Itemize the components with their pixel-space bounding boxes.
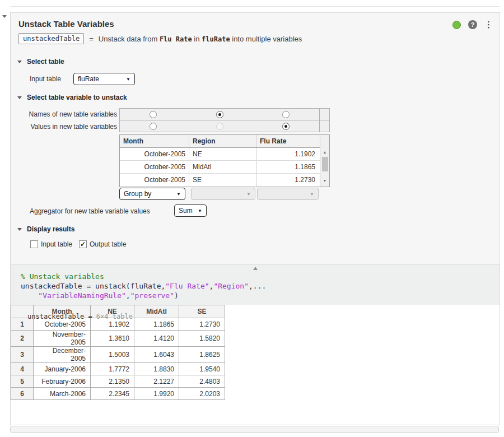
- table-row: 5February-20062.13502.12272.4803: [11, 375, 225, 388]
- radio-button-0-0[interactable]: [150, 111, 157, 118]
- section-select-table[interactable]: Select table: [17, 58, 64, 66]
- aggregator-label: Aggregator for new table variable values: [30, 207, 150, 215]
- section-divider-line: [10, 6, 500, 7]
- row-number-cell: 4: [11, 363, 34, 375]
- radio-button-1-0[interactable]: [150, 123, 157, 130]
- column-role-dropdown-region: ▼: [191, 188, 255, 200]
- output-table-checkbox-label: Output table: [90, 240, 126, 248]
- input-table-preview: MonthRegionFlu RateOctober-2005NE1.1902O…: [119, 134, 330, 187]
- help-icon[interactable]: ?: [468, 20, 477, 29]
- output-column-header: SE: [179, 305, 225, 318]
- radio-button-0-2[interactable]: [282, 111, 290, 118]
- table-cell: 1.2730: [179, 318, 225, 331]
- code-token-plain: ): [174, 291, 179, 300]
- result-variable-name: unstackedTable: [27, 313, 84, 320]
- radio-cell: [253, 120, 319, 132]
- table-cell: 2.0203: [179, 388, 225, 400]
- task-summary-row: unstackedTable = Unstack data from Flu R…: [18, 33, 302, 44]
- table-cell: 1.8625: [179, 347, 225, 363]
- input-table-dropdown[interactable]: fluRate ▼: [73, 73, 135, 85]
- chevron-down-icon: [17, 61, 22, 63]
- code-token-comment: % Unstack variables: [21, 272, 104, 281]
- chevron-down-icon: ▼: [126, 77, 130, 82]
- table-cell: 1.7772: [91, 363, 134, 375]
- result-equals: =: [88, 313, 92, 320]
- summary-text: Unstack data from Flu Rate in fluRate in…: [99, 35, 302, 43]
- table-cell: 2.4803: [179, 375, 225, 388]
- table-row: 6March-20062.23451.99202.0203: [11, 388, 225, 400]
- preview-header-row: MonthRegionFlu Rate: [120, 135, 320, 148]
- radio-row: [119, 108, 330, 120]
- preview-column-header: Region: [189, 135, 256, 147]
- code-token-string: "Region": [213, 282, 249, 290]
- output-area: unstackedTable = 6×4 table MonthNEMidAtl…: [11, 305, 500, 425]
- overflow-menu-icon[interactable]: ⋮: [484, 21, 493, 29]
- section-select-variable[interactable]: Select table variable to unstack: [17, 94, 127, 101]
- code-line: "VariableNamingRule","preserve"): [21, 291, 266, 300]
- result-summary-line: unstackedTable = 6×4 table: [27, 313, 133, 320]
- table-cell: 1.5003: [91, 347, 134, 363]
- line-collapse-icon[interactable]: [2, 15, 7, 18]
- code-token-string: "preserve": [130, 291, 174, 300]
- code-token-plain: unstackedTable = unstack(fluRate,: [21, 282, 165, 290]
- code-line: unstackedTable = unstack(fluRate,"Flu Ra…: [21, 281, 266, 291]
- table-cell: 2.1350: [91, 375, 134, 388]
- radio-button-0-1[interactable]: [216, 111, 223, 118]
- table-cell: January-2006: [34, 363, 91, 375]
- preview-table-cell: October-2005: [120, 174, 189, 187]
- chevron-down-icon: [17, 228, 22, 231]
- summary-variable-flurate: fluRate: [202, 35, 230, 43]
- task-form-area: Unstack Table Variables ? ⋮ unstackedTab…: [11, 13, 500, 264]
- chevron-down-icon: ▼: [310, 192, 314, 197]
- input-table-checkbox[interactable]: [30, 240, 38, 248]
- preview-column-header: Month: [120, 135, 189, 147]
- table-row: 4January-20061.77721.88301.9540: [11, 363, 225, 375]
- vertical-scrollbar[interactable]: ▲ ▼: [320, 135, 329, 187]
- table-cell: 2.1227: [134, 375, 179, 388]
- output-variable-field[interactable]: unstackedTable: [18, 33, 84, 44]
- preview-table-cell: 1.1902: [256, 148, 320, 160]
- aggregator-dropdown[interactable]: Sum ▼: [174, 204, 207, 217]
- preview-table-cell: October-2005: [120, 148, 189, 160]
- code-line: % Unstack variables: [21, 272, 266, 281]
- section-display-results[interactable]: Display results: [17, 225, 74, 233]
- section-select-variable-label: Select table variable to unstack: [27, 94, 127, 101]
- group-by-dropdown[interactable]: Group by ▼: [119, 188, 185, 200]
- table-cell: 1.9920: [134, 388, 179, 400]
- table-cell: February-2006: [34, 375, 91, 388]
- task-footer-strip[interactable]: [10, 426, 499, 433]
- matlab-code: % Unstack variablesunstackedTable = unst…: [21, 272, 266, 300]
- result-dimensions: 6×4 table: [96, 313, 133, 320]
- scroll-down-icon[interactable]: ▼: [323, 177, 327, 185]
- output-column-header: MidAtl: [134, 305, 179, 318]
- preview-table-row: October-2005NE1.1902: [120, 148, 320, 161]
- table-cell: 1.3610: [91, 331, 134, 347]
- radio-row: [119, 120, 330, 132]
- code-token-plain: ,...: [249, 282, 266, 290]
- generated-code-area: % Unstack variablesunstackedTable = unst…: [11, 264, 500, 305]
- code-collapse-icon[interactable]: [253, 267, 258, 270]
- code-token-plain: [21, 291, 38, 300]
- scrollbar-thumb[interactable]: [322, 157, 328, 171]
- header-icons: ? ⋮: [452, 20, 493, 29]
- input-table-label: Input table: [30, 75, 61, 83]
- radio-button-1-2[interactable]: [282, 123, 290, 130]
- code-token-string: "VariableNamingRule": [38, 291, 126, 300]
- preview-table-cell: SE: [189, 174, 256, 187]
- preview-grid: MonthRegionFlu RateOctober-2005NE1.1902O…: [120, 135, 320, 187]
- output-table-checkbox[interactable]: ✓: [79, 240, 87, 248]
- table-cell: 1.8830: [134, 363, 179, 375]
- row-number-cell: 3: [11, 347, 34, 363]
- preview-table-cell: NE: [189, 148, 256, 160]
- chevron-down-icon: [17, 96, 22, 99]
- code-token-plain: ,: [126, 291, 130, 300]
- code-token-string: "Flu Rate": [165, 282, 209, 290]
- table-row: 2November-20051.36101.41201.5820: [11, 331, 225, 347]
- page-title: Unstack Table Variables: [18, 19, 114, 29]
- table-cell: 2.2345: [91, 388, 134, 400]
- table-cell: March-2006: [34, 388, 91, 400]
- table-cell: 1.6043: [134, 347, 179, 363]
- scroll-up-icon[interactable]: ▲: [323, 148, 327, 156]
- table-cell: 1.9540: [179, 363, 225, 375]
- chevron-down-icon: ▼: [246, 192, 251, 197]
